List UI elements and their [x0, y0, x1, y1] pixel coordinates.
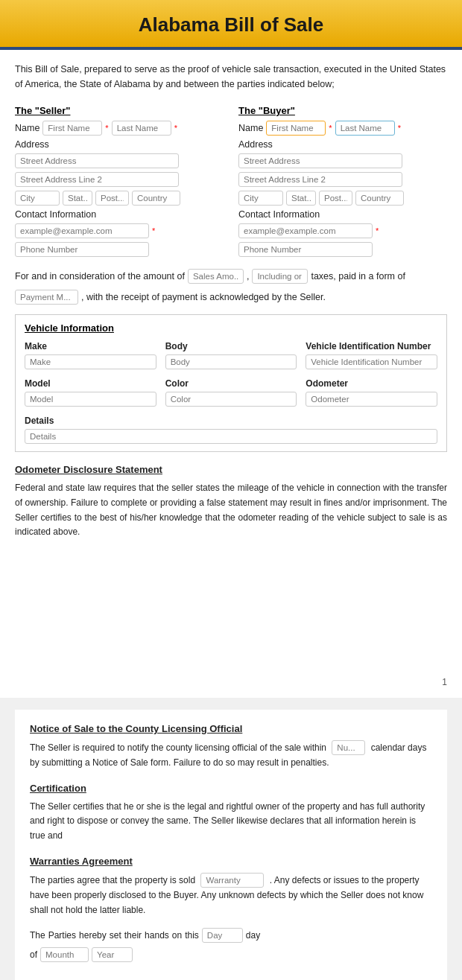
seller-street-row [15, 153, 224, 168]
odometer-text: Federal and state law requires that the … [15, 481, 447, 540]
buyer-last-required: * [398, 124, 401, 133]
seller-street2[interactable] [15, 172, 179, 187]
buyer-post[interactable] [319, 191, 352, 206]
buyer-section: The "Buyer" Name * * Address [238, 105, 447, 261]
day-input[interactable] [202, 928, 243, 943]
color-input[interactable] [165, 392, 297, 407]
odometer-title: Odometer Disclosure Statement [15, 464, 447, 475]
seller-email-required: * [152, 226, 155, 235]
seller-phone[interactable] [15, 242, 149, 257]
seller-name-label: Name [15, 123, 39, 133]
year-input[interactable] [92, 947, 133, 962]
warranty-input[interactable] [200, 873, 264, 888]
payment-method[interactable] [15, 290, 78, 305]
header: Alabama Bill of Sale [0, 0, 462, 50]
warranties-text: The parties agree that the property is s… [30, 873, 432, 917]
buyer-phone[interactable] [238, 242, 373, 257]
page-title: Alabama Bill of Sale [7, 13, 455, 36]
parties-text3: hereby [79, 930, 107, 941]
buyer-city[interactable] [238, 191, 283, 206]
buyer-state[interactable] [286, 191, 316, 206]
receipt-suffix: , with the receipt of payment is acknowl… [81, 289, 326, 306]
buyer-street-row [238, 153, 447, 168]
seller-section: The "Seller" Name * * Address [15, 105, 224, 261]
buyer-email[interactable] [238, 223, 373, 238]
vehicle-title: Vehicle Information [25, 322, 437, 334]
seller-last-name[interactable] [112, 121, 171, 136]
including-taxes[interactable] [252, 269, 308, 284]
consideration-row: For and in consideration of the amount o… [15, 268, 447, 285]
seller-street[interactable] [15, 153, 179, 168]
buyer-first-name[interactable] [266, 121, 326, 136]
page-2-content: Notice of Sale to the County Licensing O… [15, 710, 447, 980]
buyer-street[interactable] [238, 153, 402, 168]
consideration-prefix: For and in consideration of the amount o… [15, 268, 185, 285]
model-label: Model [25, 378, 156, 389]
details-label: Details [25, 416, 437, 426]
notice-num-input[interactable] [332, 740, 365, 755]
parties-text10: of [30, 949, 37, 960]
parties-text9: day [246, 930, 260, 941]
parties-text4: set [110, 930, 121, 941]
vehicle-make-col: Make [25, 341, 156, 369]
month-input[interactable] [40, 947, 89, 962]
buyer-address-label: Address [238, 139, 273, 150]
warranties-section: Warranties Agreement The parties agree t… [30, 856, 432, 917]
vin-input[interactable] [306, 354, 437, 369]
buyer-street2-row [238, 172, 447, 187]
parties-row: The Parties hereby set their hands on th… [30, 928, 432, 943]
vehicle-model-col: Model [25, 378, 156, 407]
seller-post[interactable] [95, 191, 129, 206]
vin-label: Vehicle Identification Number [306, 341, 437, 351]
make-label: Make [25, 341, 156, 351]
parties-text7: on [172, 930, 182, 941]
seller-first-name[interactable] [42, 121, 102, 136]
notice-text: The Seller is required to notify the cou… [30, 740, 432, 771]
seller-state[interactable] [63, 191, 92, 206]
body-input[interactable] [165, 354, 297, 369]
vehicle-grid-top: Make Body Vehicle Identification Number [25, 341, 437, 369]
body-label: Body [165, 341, 297, 351]
parties-text8: this [185, 930, 199, 941]
buyer-label: The "Buyer" [238, 105, 447, 116]
seller-street2-row [15, 172, 224, 187]
buyer-country[interactable] [355, 191, 404, 206]
consideration-comma: , [247, 268, 249, 285]
notice-prefix: The Seller is required to notify the cou… [30, 742, 326, 753]
buyer-street2[interactable] [238, 172, 402, 187]
buyer-city-row [238, 191, 447, 206]
sales-amount[interactable] [188, 269, 244, 284]
odometer-input[interactable] [306, 392, 437, 407]
notice-title: Notice of Sale to the County Licensing O… [30, 723, 432, 734]
buyer-email-required: * [376, 226, 379, 235]
seller-address-label: Address [15, 139, 49, 150]
cert-title: Certification [30, 783, 432, 794]
buyer-phone-row [238, 242, 447, 257]
vehicle-grid-bottom: Model Color Odometer [25, 378, 437, 407]
seller-phone-row [15, 242, 224, 257]
vehicle-details-row: Details [25, 416, 437, 444]
details-input[interactable] [25, 429, 437, 444]
seller-label: The "Seller" [15, 105, 224, 116]
warranties-title: Warranties Agreement [30, 856, 432, 867]
make-input[interactable] [25, 354, 156, 369]
parties-text5: their [124, 930, 142, 941]
model-input[interactable] [25, 392, 156, 407]
seller-name-row: Name * * [15, 121, 224, 136]
seller-country[interactable] [132, 191, 180, 206]
parties-text1: The [30, 930, 45, 941]
buyer-name-row: Name * * [238, 121, 447, 136]
seller-city[interactable] [15, 191, 60, 206]
seller-contact-label: Contact Information [15, 209, 96, 220]
taxes-suffix: taxes, paid in a form of [311, 268, 405, 285]
seller-first-required: * [105, 124, 108, 133]
warranties-prefix: The parties agree that the property is s… [30, 875, 195, 885]
vehicle-color-col: Color [165, 378, 297, 407]
buyer-contact-label-row: Contact Information [238, 209, 447, 220]
vehicle-body-col: Body [165, 341, 297, 369]
seller-email[interactable] [15, 223, 149, 238]
buyer-email-row: * [238, 223, 447, 238]
intro-text: This Bill of Sale, prepared to serve as … [15, 62, 447, 92]
buyer-last-name[interactable] [335, 121, 395, 136]
cert-text: The Seller certifies that he or she is t… [30, 800, 432, 844]
